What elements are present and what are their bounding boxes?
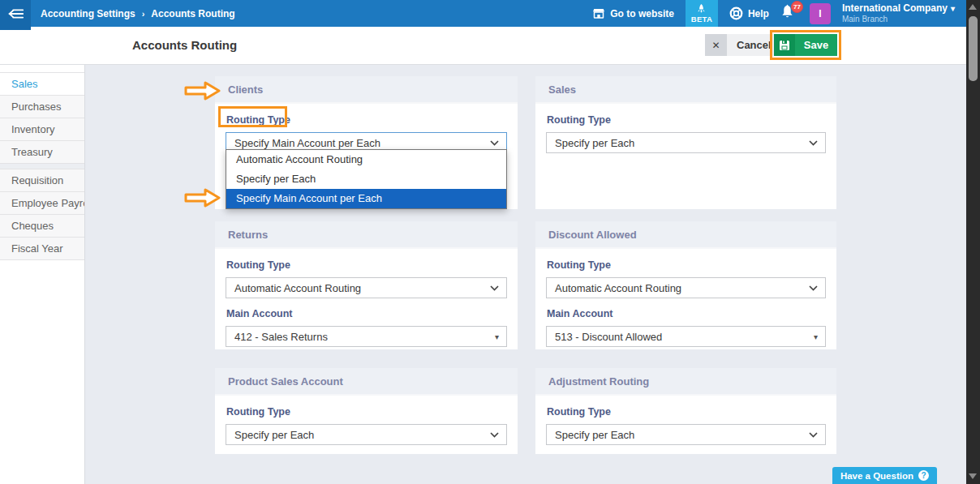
rocket-icon [697,4,706,14]
sales-routing-type-value: Specify per Each [555,137,634,149]
have-a-question-button[interactable]: Have a Question ? [832,467,937,484]
returns-routing-type-value: Automatic Account Routing [234,282,361,294]
sidebar-item-cheques[interactable]: Cheques [0,215,84,238]
have-a-question-label: Have a Question [840,471,913,481]
scrollbar-up-arrow-icon[interactable] [969,4,977,10]
adjustment-routing-type-value: Specify per Each [555,429,634,441]
chevron-down-icon [809,140,818,146]
returns-main-account-select[interactable]: 412 - Sales Returns ▾ [226,326,507,347]
go-to-website-label: Go to website [610,8,674,19]
beta-label: BETA [691,15,712,24]
panel-product-sales-title: Product Sales Account [215,368,518,396]
scrollbar-down-arrow-icon[interactable] [969,473,977,479]
panel-returns-title: Returns [215,221,518,249]
collapse-menu-button[interactable] [0,0,31,30]
sales-routing-type-select[interactable]: Specify per Each [546,132,826,153]
breadcrumb: Accounting Settings › Accounts Routing [41,8,235,19]
company-switcher[interactable]: International Company▾ Main Branch [842,2,960,24]
page-header: Accounts Routing ✕ Cancel Save [0,27,966,65]
dropdown-option-specify-per-each[interactable]: Specify per Each [226,169,506,189]
adjustment-routing-type-label: Routing Type [547,406,826,418]
chevron-down-icon [490,432,499,438]
discount-main-account-value: 513 - Discount Allowed [555,331,662,343]
page-title: Accounts Routing [132,38,237,52]
go-to-website-link[interactable]: Go to website [592,8,674,19]
beta-badge[interactable]: BETA [686,0,718,27]
save-button-label: Save [795,34,837,56]
app-window: Accounting Settings › Accounts Routing G… [0,0,980,484]
notifications-button[interactable]: 77 [780,4,798,24]
panel-adjustment-routing: Adjustment Routing Routing Type Specify … [535,368,836,454]
company-branch: Main Branch [842,15,955,24]
sidebar-item-purchases[interactable]: Purchases [0,96,84,118]
adjustment-routing-type-select[interactable]: Specify per Each [546,424,826,445]
company-avatar[interactable]: I [810,3,831,24]
settings-sidebar: Sales Purchases Inventory Treasury Requi… [0,65,85,484]
discount-routing-type-label: Routing Type [547,259,826,271]
topbar-right-cluster: Go to website BETA [592,0,966,27]
returns-main-account-label: Main Account [226,308,507,319]
panel-discount-allowed-title: Discount Allowed [535,221,836,249]
help-label: Help [748,8,769,19]
clients-routing-type-dropdown: Automatic Account Routing Specify per Ea… [226,149,507,209]
chevron-down-icon [809,432,818,438]
clients-routing-type-label: Routing Type [226,114,507,126]
close-icon: ✕ [705,34,727,56]
notification-count-badge: 77 [791,1,803,13]
panel-returns: Returns Routing Type Automatic Account R… [215,221,518,349]
sidebar-group-gap [0,164,84,169]
clients-routing-type-value: Specify Main Account per Each [234,137,380,149]
topbar: Accounting Settings › Accounts Routing G… [0,0,966,27]
discount-main-account-label: Main Account [547,308,826,319]
breadcrumb-accounts-routing: Accounts Routing [151,8,234,19]
chevron-down-icon [490,285,499,291]
panel-adjustment-routing-title: Adjustment Routing [535,368,836,396]
chevron-down-icon [809,285,818,291]
save-annotation-rectangle: Save [770,30,841,60]
product-sales-routing-type-label: Routing Type [226,406,507,418]
help-button[interactable]: Help [729,6,769,20]
sidebar-item-requisition[interactable]: Requisition [0,169,84,192]
dropdown-option-automatic[interactable]: Automatic Account Routing [226,150,506,169]
sidebar-item-employee-payroll[interactable]: Employee Payroll [0,192,84,215]
panel-clients-title: Clients [215,76,518,104]
discount-routing-type-value: Automatic Account Routing [555,282,681,294]
caret-down-icon: ▾ [814,332,818,341]
save-button[interactable]: Save [774,34,837,56]
panel-sales: Sales Routing Type Specify per Each [535,76,836,209]
panel-product-sales-account: Product Sales Account Routing Type Speci… [215,368,518,454]
help-lifering-icon [729,6,743,20]
back-arrow-icon [6,7,24,20]
product-sales-routing-type-select[interactable]: Specify per Each [226,424,507,445]
chevron-down-icon [490,140,499,146]
chevron-down-icon: ▾ [951,4,955,13]
scrollbar-thumb[interactable] [969,16,978,81]
discount-routing-type-select[interactable]: Automatic Account Routing [546,277,826,298]
returns-routing-type-label: Routing Type [226,259,507,271]
panel-clients: Clients Routing Type Specify Main Accoun… [215,76,518,209]
save-floppy-icon [774,34,795,56]
sidebar-item-treasury[interactable]: Treasury [0,141,84,164]
discount-main-account-select[interactable]: 513 - Discount Allowed ▾ [546,326,826,347]
returns-main-account-value: 412 - Sales Returns [234,331,328,343]
question-mark-icon: ? [918,470,929,481]
sidebar-item-inventory[interactable]: Inventory [0,118,84,141]
website-store-icon [592,8,605,19]
content-area: Sales Purchases Inventory Treasury Requi… [0,65,966,484]
caret-down-icon: ▾ [495,332,499,341]
returns-routing-type-select[interactable]: Automatic Account Routing [226,277,507,298]
breadcrumb-accounting-settings[interactable]: Accounting Settings [41,8,135,19]
sidebar-list: Sales Purchases Inventory Treasury Requi… [0,72,84,260]
sales-routing-type-label: Routing Type [547,114,826,126]
breadcrumb-separator: › [142,9,145,19]
sidebar-item-sales[interactable]: Sales [0,73,84,96]
product-sales-routing-type-value: Specify per Each [234,429,314,441]
dropdown-option-specify-main-account[interactable]: Specify Main Account per Each [226,189,506,208]
sidebar-item-fiscal-year[interactable]: Fiscal Year [0,238,84,260]
panel-discount-allowed: Discount Allowed Routing Type Automatic … [535,221,836,349]
panel-sales-title: Sales [535,76,836,104]
vertical-scrollbar[interactable] [966,0,980,484]
company-name: International Company▾ [842,2,955,14]
